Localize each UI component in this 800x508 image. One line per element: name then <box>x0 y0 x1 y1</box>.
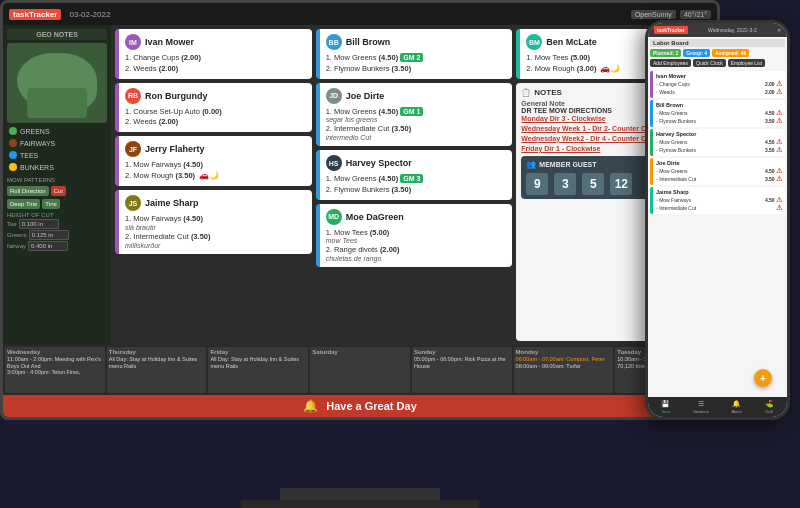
phone-jaime-task-1-val: 4.50 ⚠ <box>765 196 782 204</box>
sidebar-buttons[interactable]: Roll Direction Cut <box>7 186 107 196</box>
moe-dagreen-avatar: MD <box>326 209 342 225</box>
tee-input[interactable] <box>19 219 59 229</box>
map-area <box>7 43 107 123</box>
bill-brown-name: Bill Brown <box>346 37 391 47</box>
phone-quick-clock-btn[interactable]: Quick Clock <box>693 59 726 67</box>
notes-icon: 📋 <box>521 88 531 97</box>
sidebar-buttons-2[interactable]: Deep Tine Tine <box>7 199 107 209</box>
phone-nav-alerts[interactable]: 🔔 Alerts <box>732 400 742 414</box>
joe-dirte-header: JD Joe Dirte <box>326 88 507 104</box>
notes-header-text: DR TEE MOW DIRECTIONS <box>521 107 612 114</box>
cal-friday: Friday All Day: Stay at Holiday Inn & Su… <box>208 347 308 393</box>
phone-stat-assigned: Assigned: 46 <box>712 49 749 57</box>
app-logo: taskTracker <box>9 9 61 20</box>
monitor-base <box>240 500 480 508</box>
golf-icon: ⛳ <box>765 400 774 408</box>
ben-icons: 🚗🌙 <box>600 64 620 73</box>
phone-ivan-mower: Ivan Mower ◦ Change Cups 2.00 ⚠ ◦ Weeds … <box>650 71 785 98</box>
phone-top-bar: taskTracker Wednesday, 2022-3-2 ✕ <box>648 23 787 37</box>
bill-badge-gm2: GM 2 <box>400 53 423 62</box>
ivan-mower-header: IM Ivan Mower <box>125 34 306 50</box>
fairway-input[interactable] <box>28 241 68 251</box>
phone-app-logo: taskTracker <box>654 26 688 34</box>
jaime-sharp-header: JS Jaime Sharp <box>125 195 306 211</box>
mg-num-12: 12 <box>610 173 632 195</box>
tee-label: Tee <box>7 221 17 227</box>
cal-monday-label: Monday <box>516 349 612 355</box>
phone-jaime-task-2-label: ◦ Intermediate Cut <box>656 205 696 211</box>
phone-joe-task-1: ◦ Mow Greens 4.50 ⚠ <box>656 167 782 175</box>
ron-burgundy-card: RB Ron Burgundy 1. Course Set-Up Auto (0… <box>115 83 312 133</box>
phone-joe-name: Joe Dirte <box>656 160 782 166</box>
phone-ivan-task-1-val: 2.00 ⚠ <box>765 80 782 88</box>
moe-dagreen-name: Moe DaGreen <box>346 212 404 222</box>
phone-stat-group: Group: 4 <box>683 49 710 57</box>
joe-badge-gm1: GM 1 <box>400 107 423 116</box>
tine-btn[interactable]: Tine <box>42 199 59 209</box>
deep-tine-btn[interactable]: Deep Tine <box>7 199 40 209</box>
moe-task-1: 1. Mow Tees (5.00) <box>326 228 507 238</box>
phone-nav-golf[interactable]: ⛳ Golf <box>765 400 774 414</box>
jerry-icons: 🚗🌙 <box>199 171 219 180</box>
fairway-label: fairway <box>7 243 26 249</box>
phone-close-icon[interactable]: ✕ <box>777 27 781 33</box>
ron-burgundy-name: Ron Burgundy <box>145 91 208 101</box>
phone-harvey-task-1-label: ◦ Mow Greens <box>656 139 688 145</box>
jaime-task-2: 2. Intermediate Cut (3.50) <box>125 232 306 242</box>
forecast-filter[interactable]: 40°/21° <box>680 10 711 19</box>
ron-task-2: 2. Weeds (2.00) <box>125 117 306 127</box>
ben-mclate-avatar: BM <box>526 34 542 50</box>
greens-dot <box>9 127 17 135</box>
mg-icon: 👥 <box>526 160 536 169</box>
jaime-sharp-avatar: JS <box>125 195 141 211</box>
top-bar-controls: OpenSunny 40°/21° <box>631 10 711 19</box>
phone-harvey-task-1-val: 4.50 ⚠ <box>765 138 782 146</box>
phone-nav-sections[interactable]: ☰ Sections <box>693 400 708 414</box>
cal-monday: Monday 06:00am - 07:00am: Compost, Peter… <box>514 347 614 393</box>
phone-harvey-task-2-val: 3.50 ⚠ <box>765 146 782 154</box>
bill-task-2: 2. Flymow Bunkers (3.50) <box>326 64 507 74</box>
ron-burgundy-avatar: RB <box>125 88 141 104</box>
jerry-task-1: 1. Mow Fairways (4.50) <box>125 160 306 170</box>
jerry-task-2: 2. Mow Rough (3.50) 🚗🌙 <box>125 171 306 181</box>
greens-input[interactable] <box>29 230 69 240</box>
sidebar-fairways: FAIRWAYS <box>7 138 107 148</box>
ron-task-1: 1. Course Set-Up Auto (0.00) <box>125 107 306 117</box>
bunkers-dot <box>9 163 17 171</box>
phone-joe-dirte: Joe Dirte ◦ Mow Greens 4.50 ⚠ ◦ Intermed… <box>650 158 785 185</box>
greens-label: GREENS <box>20 128 50 135</box>
cut-btn[interactable]: Cut <box>51 186 66 196</box>
sidebar-bunkers: BUNKERS <box>7 162 107 172</box>
bill-brown-card: BB Bill Brown 1. Mow Greens (4.50) GM 2 … <box>316 29 513 79</box>
phone-nav-save[interactable]: 💾 Save <box>661 400 670 414</box>
mg-num-3: 3 <box>554 173 576 195</box>
cal-monday-event-1: 06:00am - 07:00am: Compost, Peter <box>516 356 612 363</box>
location-filter[interactable]: OpenSunny <box>631 10 676 19</box>
joe-task-1: 1. Mow Greens (4.50) GM 1 <box>326 107 507 117</box>
phone-action-buttons: Add Employees Quick Clock Employee List <box>650 59 785 69</box>
mg-num-9: 9 <box>526 173 548 195</box>
phone-ivan-task-1: ◦ Change Cups 2.00 ⚠ <box>656 80 782 88</box>
phone-jaime-sharp: Jaime Sharp ◦ Mow Fairways 4.50 ⚠ ◦ Inte… <box>650 187 785 214</box>
phone-fab-button[interactable]: + <box>754 369 772 387</box>
harvey-badge-gm3: GM 3 <box>400 174 423 183</box>
jaime-sharp-name: Jaime Sharp <box>145 198 199 208</box>
cal-sunday-event-1: 05:00pm - 06:00pm: Rick Pizza at the Hou… <box>414 356 510 369</box>
joe-task-2: 2. Intermediate Cut (3.50) <box>326 124 507 134</box>
phone-bill-name: Bill Brown <box>656 102 782 108</box>
tee-control: Tee <box>7 219 107 229</box>
harvey-spector-name: Harvey Spector <box>346 158 412 168</box>
fairways-label: FAIRWAYS <box>20 140 55 147</box>
roll-direction-btn[interactable]: Roll Direction <box>7 186 49 196</box>
bell-icon: 🔔 <box>303 399 318 413</box>
map-fairway <box>27 88 87 118</box>
cal-friday-event-1: All Day: Stay at Holiday Inn & Suites me… <box>210 356 306 369</box>
phone-bill-task-2: ◦ Flymow Bunkers 3.50 ⚠ <box>656 117 782 125</box>
phone-bill-task-2-label: ◦ Flymow Bunkers <box>656 118 696 124</box>
phone-employee-list-btn[interactable]: Employee List <box>728 59 765 67</box>
phone-bottom-bar: 💾 Save ☰ Sections 🔔 Alerts ⛳ Golf <box>648 397 787 417</box>
phone-add-employees-btn[interactable]: Add Employees <box>650 59 691 67</box>
greens-cut-label: Greens <box>7 232 27 238</box>
phone-nav-sections-label: Sections <box>693 409 708 414</box>
ivan-mower-card: IM Ivan Mower 1. Change Cups (2.00) 2. W… <box>115 29 312 79</box>
